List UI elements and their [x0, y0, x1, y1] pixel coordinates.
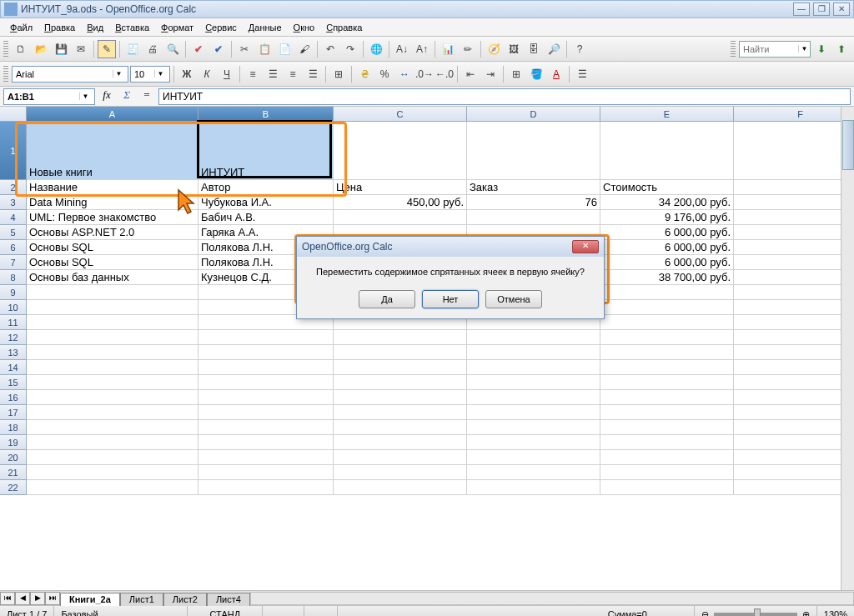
paste-button[interactable]: 📄 [275, 40, 294, 58]
cell-D3[interactable]: 76 [467, 195, 600, 210]
cell-B22[interactable] [198, 480, 334, 495]
cell-C22[interactable] [334, 480, 467, 495]
zoom-slider[interactable] [714, 613, 797, 616]
cell-D20[interactable] [467, 450, 600, 465]
cell-B15[interactable] [198, 375, 334, 390]
dialog-button-нет[interactable]: Нет [422, 290, 479, 308]
cell-A22[interactable] [27, 480, 198, 495]
menu-вставка[interactable]: Вставка [110, 21, 154, 34]
cell-E13[interactable] [600, 345, 734, 360]
undo-button[interactable]: ↶ [321, 40, 339, 58]
redo-button[interactable]: ↷ [341, 40, 359, 58]
rowhead-22[interactable]: 22 [0, 480, 27, 495]
cell-A12[interactable] [27, 330, 198, 345]
print-preview-button[interactable]: 🔍 [163, 40, 182, 58]
cell-C12[interactable] [334, 330, 467, 345]
zoom-control[interactable]: ⊖ ⊕ [695, 606, 817, 616]
sheet-tab-3[interactable]: Лист4 [207, 593, 250, 606]
cell-C2[interactable]: Цена [334, 180, 467, 195]
scroll-thumb[interactable] [842, 120, 854, 170]
increase-indent-button[interactable]: ⇥ [481, 65, 500, 83]
colhead-C[interactable]: C [334, 107, 467, 122]
find-next-button[interactable]: ⬇ [812, 40, 831, 58]
cut-button[interactable]: ✂ [235, 40, 254, 58]
cell-C15[interactable] [334, 375, 467, 390]
cell-B13[interactable] [198, 345, 334, 360]
percent-button[interactable]: % [375, 65, 394, 83]
cell-D1[interactable] [467, 122, 600, 180]
find-box[interactable]: ▼ [739, 41, 811, 58]
cell-B20[interactable] [198, 450, 334, 465]
font-name-box[interactable]: ▼ [12, 66, 128, 83]
font-size-box[interactable]: ▼ [130, 66, 170, 83]
font-size-input[interactable] [131, 69, 154, 79]
email-button[interactable]: ✉ [72, 40, 90, 58]
cell-D19[interactable] [467, 435, 600, 450]
cell-F8[interactable] [734, 270, 854, 285]
cell-F20[interactable] [734, 450, 854, 465]
gallery-button[interactable]: 🖼 [505, 40, 523, 58]
cell-C17[interactable] [334, 405, 467, 420]
cell-F4[interactable] [734, 210, 854, 225]
rowhead-16[interactable]: 16 [0, 390, 27, 405]
rowhead-18[interactable]: 18 [0, 420, 27, 435]
cell-E19[interactable] [600, 435, 734, 450]
open-button[interactable]: 📂 [32, 40, 50, 58]
cell-D4[interactable] [467, 210, 600, 225]
cell-A1[interactable]: Новые книги [27, 122, 198, 180]
cell-A9[interactable] [27, 285, 198, 300]
tab-prev-button[interactable]: ◀ [15, 592, 30, 605]
autospell-button[interactable]: ✔ [209, 40, 228, 58]
namebox[interactable]: ▼ [3, 88, 95, 105]
cell-E8[interactable]: 38 700,00 руб. [600, 270, 734, 285]
show-draw-button[interactable]: ✏ [459, 40, 477, 58]
cell-A19[interactable] [27, 435, 198, 450]
menu-справка[interactable]: Справка [321, 21, 367, 34]
cell-D2[interactable]: Заказ [467, 180, 600, 195]
dialog-button-да[interactable]: Да [359, 290, 415, 308]
cell-A7[interactable]: Основы SQL [27, 255, 198, 270]
cell-F12[interactable] [734, 330, 854, 345]
tab-last-button[interactable]: ⏭ [45, 592, 60, 605]
sheet-tab-0[interactable]: Книги_2а [60, 593, 120, 606]
cell-A5[interactable]: Основы ASP.NET 2.0 [27, 225, 198, 240]
namebox-dropdown[interactable]: ▼ [79, 93, 91, 100]
cell-A13[interactable] [27, 345, 198, 360]
zoom-out-icon[interactable]: ⊖ [701, 606, 709, 617]
cell-F15[interactable] [734, 375, 854, 390]
cell-F14[interactable] [734, 360, 854, 375]
align-center-button[interactable]: ☰ [264, 65, 282, 83]
cell-B1[interactable]: ИНТУИТ [198, 122, 334, 180]
edit-mode-button[interactable]: ✎ [98, 40, 116, 58]
help-button[interactable]: ? [570, 40, 589, 58]
cell-E20[interactable] [600, 450, 734, 465]
cell-E14[interactable] [600, 360, 734, 375]
cell-A21[interactable] [27, 465, 198, 480]
cell-E17[interactable] [600, 405, 734, 420]
rowhead-7[interactable]: 7 [0, 255, 27, 270]
menu-окно[interactable]: Окно [289, 21, 320, 34]
tab-next-button[interactable]: ▶ [30, 592, 45, 605]
cell-C18[interactable] [334, 420, 467, 435]
cell-F13[interactable] [734, 345, 854, 360]
rowhead-21[interactable]: 21 [0, 465, 27, 480]
cell-E22[interactable] [600, 480, 734, 495]
cell-E11[interactable] [600, 315, 734, 330]
formula-input[interactable] [158, 88, 851, 105]
new-button[interactable]: 🗋 [12, 40, 30, 58]
menu-вид[interactable]: Вид [82, 21, 108, 34]
toolbar-grip-2[interactable] [731, 41, 736, 58]
cell-F5[interactable] [734, 225, 854, 240]
cell-D21[interactable] [467, 465, 600, 480]
cell-F9[interactable] [734, 285, 854, 300]
toolbar-grip[interactable] [3, 41, 8, 58]
namebox-input[interactable] [4, 92, 79, 102]
status-mode[interactable]: СТАНД [188, 606, 263, 616]
cell-A2[interactable]: Название [27, 180, 198, 195]
cell-E21[interactable] [600, 465, 734, 480]
cell-A10[interactable] [27, 300, 198, 315]
cell-D18[interactable] [467, 420, 600, 435]
sheet-tab-2[interactable]: Лист2 [163, 593, 207, 606]
status-ins[interactable] [263, 606, 304, 616]
cell-C3[interactable]: 450,00 руб. [334, 195, 467, 210]
